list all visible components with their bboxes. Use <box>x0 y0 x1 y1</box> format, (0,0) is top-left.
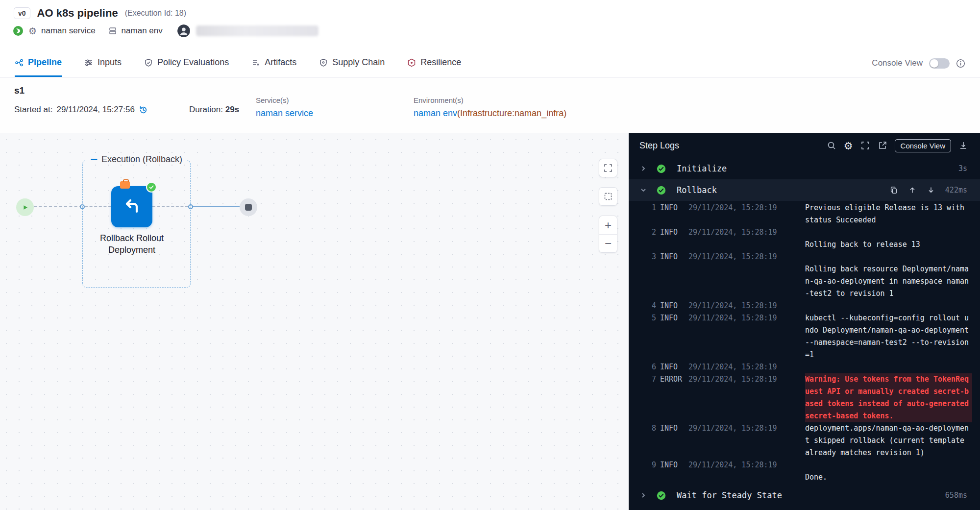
section-duration: 3s <box>958 164 967 173</box>
section-duration: 422ms <box>945 186 967 194</box>
pipeline-canvas[interactable]: Execution (Rollback) Rollback Rollout De… <box>0 133 629 510</box>
log-line-number: 6 <box>647 361 656 373</box>
section-name: Rollback <box>677 185 717 195</box>
tab-resilience[interactable]: Resilience <box>407 49 461 77</box>
execution-id: (Execution Id: 18) <box>125 9 186 18</box>
log-level: INFO <box>660 312 685 324</box>
scroll-to-top-icon[interactable] <box>908 186 917 194</box>
log-level: INFO <box>660 226 685 239</box>
open-in-new-icon[interactable] <box>878 141 887 150</box>
pipeline-icon <box>15 58 24 67</box>
tab-pipeline[interactable]: Pipeline <box>15 49 62 77</box>
section-duration: 658ms <box>945 491 967 500</box>
chevron-right-icon[interactable] <box>639 491 649 499</box>
play-icon <box>22 204 28 211</box>
environments-label: Environment(s) <box>414 96 566 104</box>
copy-logs-icon[interactable] <box>889 186 898 194</box>
zoom-in-button[interactable]: + <box>599 216 617 234</box>
log-line: 4INFO29/11/2024, 15:28:19 <box>629 300 980 312</box>
connector-group-to-end <box>191 206 240 207</box>
log-level: ERROR <box>660 373 685 386</box>
log-panel-header: Step Logs ⚙ Console View <box>629 133 980 158</box>
step-label[interactable]: Rollback Rollout Deployment <box>78 232 186 256</box>
log-fullscreen-icon[interactable] <box>860 141 870 150</box>
header: v0 AO k8s pipeline (Execution Id: 18) ⚙ … <box>0 0 980 49</box>
tab-label: Resilience <box>420 57 461 68</box>
environment-infra: (Infrastructure:naman_infra) <box>457 108 566 118</box>
success-check-icon <box>657 491 666 500</box>
service-name: naman service <box>41 26 96 36</box>
log-message: deployment.apps/naman-qa-ao-deployment s… <box>805 422 972 459</box>
canvas-fullscreen-button[interactable] <box>599 159 617 177</box>
log-message: Warning: Use tokens from the TokenReques… <box>805 373 972 422</box>
tab-supply-chain[interactable]: Supply Chain <box>319 49 385 77</box>
environment-link[interactable]: naman env <box>414 108 457 118</box>
log-message: Rolling back to release 13 <box>805 226 972 251</box>
console-view-button[interactable]: Console View <box>895 139 951 152</box>
start-node <box>16 198 34 216</box>
log-body: 1INFO29/11/2024, 15:28:19Previous eligib… <box>629 201 980 485</box>
rollback-arrow-icon <box>120 195 144 219</box>
version-badge: v0 <box>14 7 30 19</box>
tab-label: Policy Evaluations <box>157 57 229 68</box>
duration-value: 29s <box>225 105 239 114</box>
log-line: 1INFO29/11/2024, 15:28:19Previous eligib… <box>629 202 980 226</box>
collapse-group-icon[interactable] <box>91 159 97 160</box>
zoom-controls: + − <box>599 216 617 253</box>
user-avatar[interactable] <box>177 24 190 37</box>
log-line-error: 7ERROR29/11/2024, 15:28:19Warning: Use t… <box>629 373 980 422</box>
history-icon[interactable] <box>139 105 148 115</box>
canvas-marquee-select-button[interactable] <box>599 187 617 206</box>
pipeline-settings-gear-icon[interactable]: ⚙ <box>28 26 37 36</box>
inputs-icon <box>84 58 93 67</box>
chevron-down-icon[interactable] <box>639 186 649 194</box>
zoom-out-button[interactable]: − <box>599 234 617 252</box>
chevron-right-icon[interactable] <box>639 165 649 172</box>
console-view-toggle[interactable] <box>929 58 950 69</box>
log-settings-gear-icon[interactable]: ⚙ <box>844 141 853 151</box>
title-row: v0 AO k8s pipeline (Execution Id: 18) <box>0 0 980 20</box>
log-timestamp: 29/11/2024, 15:28:19 <box>688 312 801 324</box>
download-logs-icon[interactable] <box>958 141 968 150</box>
policy-evaluations-icon <box>144 58 153 67</box>
log-timestamp: 29/11/2024, 15:28:19 <box>688 251 801 263</box>
supply-chain-icon <box>319 58 328 67</box>
duration: Duration: 29s <box>189 105 239 115</box>
services-label: Service(s) <box>256 96 313 104</box>
log-level: INFO <box>660 459 685 471</box>
log-search-icon[interactable] <box>827 141 836 150</box>
started-label: Started at: <box>14 105 52 115</box>
log-level: INFO <box>660 202 685 214</box>
tab-inputs[interactable]: Inputs <box>84 49 122 77</box>
environments-column: Environment(s) naman env(Infrastructure:… <box>414 96 566 119</box>
log-line-number: 9 <box>647 459 656 471</box>
log-message: kubectl --kubeconfig=config rollout undo… <box>805 312 972 361</box>
log-section-rollback[interactable]: Rollback 422ms <box>629 179 980 201</box>
log-section-wait-for-steady-state[interactable]: Wait for Steady State 658ms <box>629 485 980 506</box>
tab-policy-evaluations[interactable]: Policy Evaluations <box>144 49 229 77</box>
tab-bar: Pipeline Inputs Policy Evaluations Artif… <box>0 49 980 77</box>
tab-artifacts[interactable]: Artifacts <box>251 49 296 77</box>
service-link[interactable]: naman service <box>256 108 313 119</box>
log-line: 2INFO29/11/2024, 15:28:19 Rolling back t… <box>629 226 980 251</box>
section-name: Initialize <box>677 164 727 173</box>
log-line-number: 3 <box>647 251 656 263</box>
log-line: 5INFO29/11/2024, 15:28:19kubectl --kubec… <box>629 312 980 361</box>
log-timestamp: 29/11/2024, 15:28:19 <box>688 422 801 435</box>
info-icon[interactable] <box>956 59 965 68</box>
log-panel-title: Step Logs <box>639 141 679 151</box>
services-column: Service(s) naman service <box>256 96 313 119</box>
rollback-step-node[interactable] <box>111 186 152 227</box>
log-timestamp: 29/11/2024, 15:28:19 <box>688 226 801 239</box>
group-label-row: Execution (Rollback) <box>86 154 187 165</box>
log-level: INFO <box>660 422 685 435</box>
log-line-number: 8 <box>647 422 656 435</box>
fullscreen-icon <box>603 163 613 173</box>
log-timestamp: 29/11/2024, 15:28:19 <box>688 361 801 373</box>
scroll-to-bottom-icon[interactable] <box>927 186 935 194</box>
started-value: 29/11/2024, 15:27:56 <box>56 105 134 115</box>
pipeline-execution-page: v0 AO k8s pipeline (Execution Id: 18) ⚙ … <box>0 0 980 510</box>
success-check-icon <box>657 186 666 195</box>
environment-icon <box>108 26 117 35</box>
log-section-initialize[interactable]: Initialize 3s <box>629 158 980 179</box>
